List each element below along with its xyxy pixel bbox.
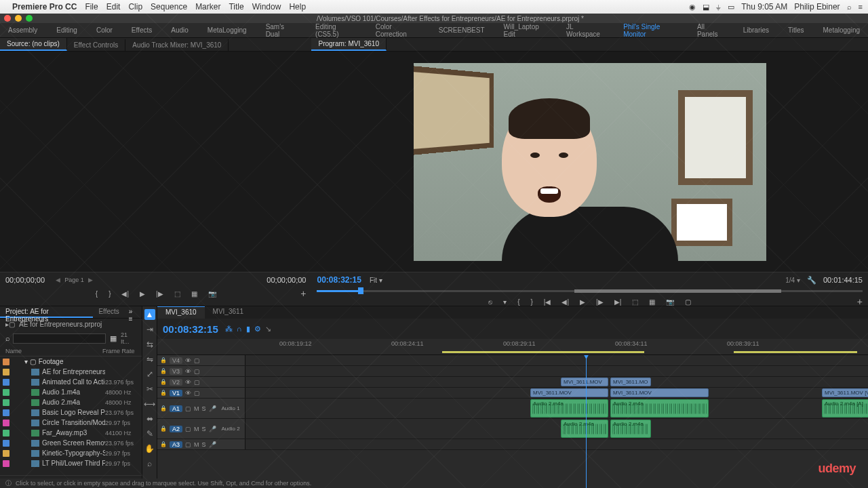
source-page-next[interactable]: ▶ [88, 277, 93, 283]
prog-mark-in[interactable]: { [517, 298, 519, 306]
selection-tool[interactable]: ▲ [144, 309, 155, 320]
src-play[interactable]: ▶ [140, 290, 145, 298]
project-search-input[interactable] [13, 333, 106, 344]
workspace-titles[interactable]: Titles [788, 26, 804, 34]
source-page-prev[interactable]: ◀ [56, 277, 60, 283]
clip-a1-1[interactable]: Audio 2.m4a [530, 399, 608, 418]
panel-menu-icon[interactable]: » ≡ [125, 306, 142, 318]
project-item[interactable]: AE for Entrepreneurs.j [0, 367, 142, 377]
project-item[interactable]: LT Phil/Lower Third Pr29.97 fps [0, 458, 142, 468]
menu-file[interactable]: File [85, 2, 98, 12]
program-fit[interactable]: Fit ▾ [370, 277, 382, 284]
src-step-back[interactable]: ◀| [121, 290, 129, 298]
program-scrubber[interactable] [317, 287, 863, 296]
src-insert[interactable]: ⬚ [174, 290, 180, 298]
menu-marker[interactable]: Marker [195, 2, 220, 12]
menu-window[interactable]: Window [252, 2, 281, 12]
project-item[interactable]: Kinetic-Typography-S29.97 fps [0, 448, 142, 458]
time-ruler[interactable]: 00:08:19:12 00:08:24:11 00:08:29:11 00:0… [157, 339, 868, 355]
track-select-tool[interactable]: ⇥ [144, 324, 155, 335]
clip-a2-2[interactable]: Audio 2.m4a [610, 420, 651, 438]
project-item[interactable]: Far_Away.mp344100 Hz [0, 428, 142, 438]
prog-go-in[interactable]: |◀ [544, 298, 551, 306]
user-name[interactable]: Philip Ebiner [794, 2, 840, 12]
workspace-audio[interactable]: Audio [171, 26, 189, 34]
source-monitor[interactable] [0, 52, 311, 272]
workspace-color[interactable]: Color [96, 26, 113, 34]
effects-tab[interactable]: Effects [93, 306, 124, 318]
project-item[interactable]: Basic Logo Reveal Pre23.976 fps [0, 407, 142, 418]
razor-tool[interactable]: ✂ [144, 384, 155, 394]
timeline-timecode[interactable]: 00:08:32:15 [163, 323, 218, 335]
marker-icon[interactable]: ▮ [246, 325, 250, 333]
zoom-tool[interactable]: ⌕ [144, 458, 155, 469]
program-tc-right[interactable]: 00:01:44:15 [823, 276, 863, 284]
clip-v2-2[interactable]: MVI_3611.MO [610, 378, 651, 386]
clip-v1-1[interactable]: MVI_3611.MOV [530, 388, 608, 397]
rolling-tool[interactable]: ⇋ [144, 354, 155, 365]
source-tc-right[interactable]: 00;00;00;00 [267, 276, 306, 284]
minimize-window-button[interactable] [15, 15, 22, 22]
menu-edit[interactable]: Edit [106, 2, 121, 12]
program-monitor[interactable] [311, 52, 868, 272]
prog-export-frame[interactable]: ⎋ [488, 298, 492, 306]
project-item[interactable]: Audio 1.m4a48000 Hz [0, 387, 142, 397]
prog-step-back[interactable]: ◀| [561, 298, 569, 306]
program-tc-left[interactable]: 00:08:32:15 [317, 275, 361, 285]
project-item[interactable]: Circle Transition/Mod29.97 fps [0, 418, 142, 428]
prog-safe-margins[interactable]: ▢ [685, 298, 691, 306]
project-item[interactable]: Green Screen Removal23.976 fps [0, 438, 142, 448]
program-zoom[interactable]: 1/4 ▾ [785, 277, 800, 284]
clip-v1-2[interactable]: MVI_3611.MOV [610, 388, 709, 397]
sequence-tab-1[interactable]: MVI_3610 [157, 306, 205, 319]
dropbox-icon[interactable]: ⬓ [703, 3, 709, 12]
workspace-all-panels[interactable]: All Panels [697, 23, 724, 38]
workspace-metalogging[interactable]: MetaLogging [208, 26, 247, 34]
ripple-tool[interactable]: ⇆ [144, 339, 155, 350]
wifi-icon[interactable]: ⏚ [716, 3, 721, 11]
slip-tool[interactable]: ⟷ [144, 399, 155, 409]
workspace-screenbest[interactable]: SCREENBEST [439, 26, 485, 34]
maximize-window-button[interactable] [26, 15, 33, 22]
filter-icon[interactable]: ▦ [110, 334, 117, 343]
workspace-metalogging2[interactable]: Metalogging [823, 26, 860, 34]
prog-add-button[interactable]: + [857, 296, 863, 307]
menu-title[interactable]: Title [229, 2, 243, 12]
src-step-fwd[interactable]: |▶ [156, 290, 163, 298]
hand-tool[interactable]: ✋ [144, 443, 155, 454]
workspace-libraries[interactable]: Libraries [743, 26, 769, 34]
workspace-editing-cs55[interactable]: Editing (CS5.5) [315, 23, 357, 38]
workspace-jl[interactable]: JL Workspace [566, 23, 604, 38]
prog-extract[interactable]: ▦ [649, 298, 655, 306]
clip-a1-3[interactable]: Audio 2.m4a [A] [822, 399, 868, 418]
pen-tool[interactable]: ✎ [144, 428, 155, 439]
linked-selection-icon[interactable]: ∩ [237, 325, 242, 333]
wrench-icon[interactable]: 🔧 [807, 276, 816, 285]
workspace-color-correction[interactable]: Color Correction [376, 23, 420, 38]
prog-play[interactable]: ▶ [580, 298, 585, 306]
project-item[interactable]: Audio 2.m4a48000 Hz [0, 397, 142, 407]
project-list[interactable]: ▾ ▢ Footage AE for Entrepreneurs.jAnimat… [0, 357, 142, 475]
app-name[interactable]: Premiere Pro CC [12, 2, 77, 12]
program-tab[interactable]: Program: MVI_3610 [311, 38, 387, 51]
prog-mark-out[interactable]: } [531, 298, 533, 306]
audio-mixer-tab[interactable]: Audio Track Mixer: MVI_3610 [125, 39, 229, 51]
menu-sequence[interactable]: Sequence [151, 2, 187, 12]
prog-step-fwd[interactable]: |▶ [596, 298, 604, 306]
src-mark-out[interactable]: } [108, 290, 111, 298]
rate-stretch-tool[interactable]: ⤢ [144, 369, 155, 380]
col-framerate[interactable]: Frame Rate [102, 348, 136, 354]
prog-camera[interactable]: 📷 [666, 298, 674, 306]
src-mark-in[interactable]: { [96, 290, 98, 298]
project-item[interactable]: Animated Call to Actio23.976 fps [0, 377, 142, 387]
playhead[interactable] [586, 355, 587, 488]
col-name[interactable]: Name [5, 348, 102, 354]
snap-icon[interactable]: ⁂ [225, 325, 233, 333]
clip-a2-1[interactable]: Audio 2.m4a [561, 420, 608, 438]
prog-lift[interactable]: ⬚ [632, 298, 638, 306]
source-tab[interactable]: Source: (no clips) [0, 38, 67, 51]
menu-help[interactable]: Help [289, 2, 306, 12]
workspace-sams-dual[interactable]: Sam's Dual [266, 23, 296, 38]
workspace-will-laptop[interactable]: Will_Laptop Edit [504, 23, 548, 38]
cc-icon[interactable]: ◉ [689, 3, 696, 12]
